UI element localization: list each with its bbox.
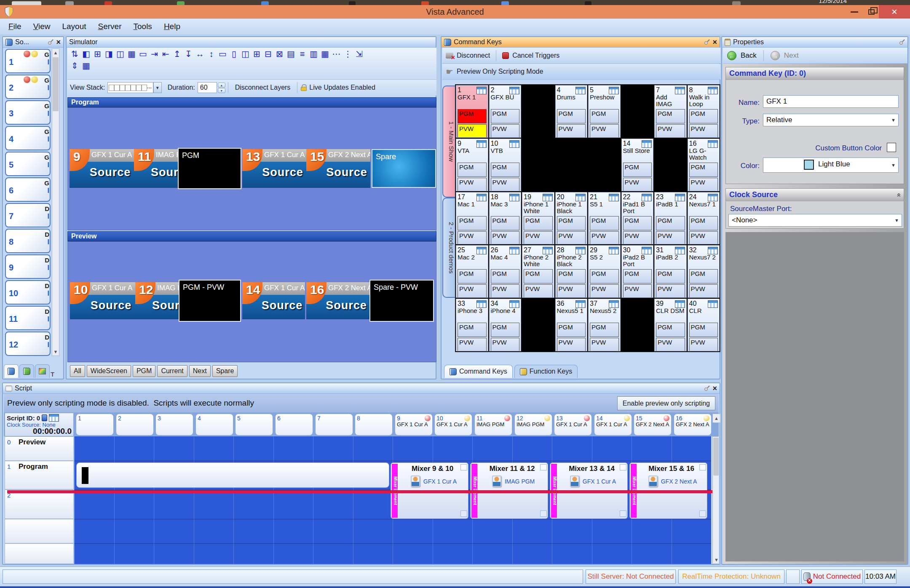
command-key-24[interactable]: 24Nexus7 1PGMPVW [688, 192, 720, 245]
command-key-34[interactable]: 34iPhone 4PGMPVW [489, 299, 522, 351]
resize-notch[interactable] [540, 464, 547, 470]
key-pgm-cell[interactable]: PGM [557, 216, 586, 230]
key-pvw-cell[interactable]: PVW [491, 231, 520, 245]
resize-notch[interactable] [699, 510, 706, 517]
timeline-column-5[interactable]: 5 [235, 414, 273, 436]
align-centers-icon[interactable]: ⊞ [92, 48, 103, 59]
resize-notch[interactable] [460, 464, 467, 470]
key-pgm-cell[interactable]: PGM [458, 163, 487, 177]
command-key-5[interactable]: 5PreshowPGMPVW [588, 85, 621, 138]
duration-stepper[interactable]: ▲▼ [218, 83, 225, 93]
output-tile[interactable]: PGM [178, 148, 241, 189]
resize-notch[interactable] [699, 464, 706, 470]
key-pgm-cell[interactable]: PGM [491, 216, 520, 230]
scroll-down-icon[interactable]: ▼ [52, 349, 59, 354]
key-pvw-cell[interactable]: PVW [557, 284, 586, 298]
key-pvw-cell[interactable]: PVW [590, 231, 619, 245]
command-key-19[interactable]: 19iPhone 1 WhitePGMPVW [522, 192, 554, 245]
command-key-20[interactable]: 20iPhone 1 BlackPGMPVW [555, 192, 588, 245]
key-pvw-cell[interactable]: PVW [458, 178, 487, 191]
key-pgm-cell[interactable]: PGM [623, 163, 652, 177]
timeline-scrollbar[interactable]: ▼ [712, 436, 719, 564]
command-key-37[interactable]: 37Nexus5 2PGMPVW [588, 299, 621, 351]
key-pvw-cell[interactable]: PVW [491, 178, 520, 191]
timeline-column-2[interactable]: 2 [116, 414, 154, 436]
scroll-up-icon[interactable]: ▲ [52, 50, 59, 55]
key-pgm-cell[interactable]: PGM [491, 109, 520, 123]
taskbar-icon[interactable] [421, 1, 429, 5]
command-keys-close-icon[interactable]: × [712, 39, 717, 45]
timeline-row-header-x3[interactable] [5, 519, 74, 543]
sources-scrollbar[interactable]: ▲ ▼ [52, 48, 59, 356]
key-pvw-cell[interactable]: PVW [623, 178, 652, 191]
pin-icon[interactable] [48, 39, 54, 45]
back-button[interactable]: Back [741, 51, 757, 60]
taskbar-icon[interactable] [65, 1, 74, 5]
command-key-39[interactable]: 39CLR DSMPGMPVW [654, 299, 687, 351]
view-stack-control[interactable]: ▪▪▪ [107, 82, 153, 93]
taskbar-icon[interactable] [104, 1, 112, 5]
key-pvw-cell[interactable]: PVW [491, 338, 520, 351]
push-left-icon[interactable]: ⇤ [160, 48, 171, 59]
align-top-edges-icon[interactable]: ◫ [115, 48, 126, 59]
next-button[interactable]: Next [784, 51, 799, 60]
menu-item-help[interactable]: Help [158, 20, 186, 33]
pin-icon[interactable] [704, 385, 710, 391]
filter-button-current[interactable]: Current [157, 365, 187, 377]
bottom-tab-function-keys[interactable]: Function Keys [514, 365, 578, 378]
command-key-23[interactable]: 23iPadB 1PGMPVW [654, 192, 687, 245]
key-pgm-cell[interactable]: PGM [557, 269, 586, 283]
sources-tab-text[interactable]: T [51, 371, 54, 378]
key-pgm-cell[interactable]: PGM [689, 269, 718, 283]
key-pgm-cell[interactable]: PGM [689, 109, 718, 123]
command-key-18[interactable]: 18Mac 3PGMPVW [489, 192, 522, 245]
key-pvw-cell[interactable]: PVW [689, 284, 718, 298]
key-pvw-cell[interactable]: PVW [689, 338, 718, 351]
key-pvw-cell[interactable]: PVW [623, 284, 652, 298]
key-pvw-cell[interactable]: PVW [623, 231, 652, 245]
timeline-row-header-x4[interactable] [5, 543, 74, 564]
key-pvw-cell[interactable]: PVW [458, 231, 487, 245]
mixer-source-tile[interactable]: IMAG PGMSource12 [135, 282, 179, 319]
mixer-source-tile[interactable]: IMAG PGMSource11 [134, 149, 178, 188]
command-key-36[interactable]: 36Nexus5 1PGMPVW [555, 299, 588, 351]
align-right-edges-icon[interactable]: ◨ [103, 48, 115, 59]
key-pgm-cell[interactable]: PGM [524, 269, 553, 283]
expand-window-icon[interactable]: ⇲ [353, 48, 365, 59]
source-list-item[interactable]: 7DI [5, 203, 51, 227]
sources-tab-library[interactable] [19, 364, 34, 378]
source-list-item[interactable]: 4GI [5, 126, 51, 150]
type-select[interactable]: Relative▼ [763, 114, 899, 126]
mixer-source-tile[interactable]: GFX 2 Next ASource16 [306, 282, 369, 319]
timeline-column-10[interactable]: 10GFX 1 Cur A [434, 414, 472, 436]
key-pgm-cell[interactable]: PGM [689, 216, 718, 230]
timeline-row-header-2[interactable]: 2 [5, 489, 74, 519]
key-pvw-cell[interactable]: PVW [656, 124, 685, 138]
timeline-column-12[interactable]: 12IMAG PGM [514, 414, 552, 436]
source-list-item[interactable]: 3GI [5, 100, 51, 125]
key-pvw-cell[interactable]: PVW [689, 124, 718, 138]
command-key-22[interactable]: 22iPad1 B PortPGMPVW [621, 192, 654, 245]
taskbar-icon[interactable] [585, 1, 592, 5]
key-pgm-cell[interactable]: PGM [557, 109, 586, 123]
key-pvw-cell[interactable]: PVW [590, 338, 619, 351]
match-size-icon[interactable]: ≡ [297, 48, 308, 59]
name-field[interactable]: GFX 1 [763, 95, 899, 108]
timeline-column-11[interactable]: 11IMAG PGM [474, 414, 512, 436]
key-pgm-cell[interactable]: PGM [458, 323, 487, 337]
resize-notch[interactable] [620, 510, 626, 517]
key-pgm-cell[interactable]: PGM [557, 323, 586, 337]
filter-button-pgm[interactable]: PGM [133, 365, 155, 377]
timeline-column-4[interactable]: 4 [195, 414, 233, 436]
command-key-10[interactable]: 10VTBPGMPVW [489, 139, 522, 191]
resize-notch[interactable] [620, 464, 626, 470]
command-key-9[interactable]: 9VTAPGMPVW [456, 139, 488, 191]
stepper-down-icon[interactable]: ▼ [218, 88, 225, 93]
sourcemaster-port-select[interactable]: <None>▼ [728, 214, 902, 227]
bottom-tab-command-keys[interactable]: Command Keys [444, 365, 513, 378]
command-key-8[interactable]: 8Walk in LoopPGMPVW [688, 85, 720, 138]
menu-item-file[interactable]: File [3, 20, 27, 33]
mixer-source-tile[interactable]: GFX 1 Cur ASource14 [242, 282, 305, 319]
command-key-40[interactable]: 40CLRPGMPVW [688, 299, 720, 351]
command-key-1[interactable]: 1GFX 1PGMPVW [456, 85, 488, 138]
